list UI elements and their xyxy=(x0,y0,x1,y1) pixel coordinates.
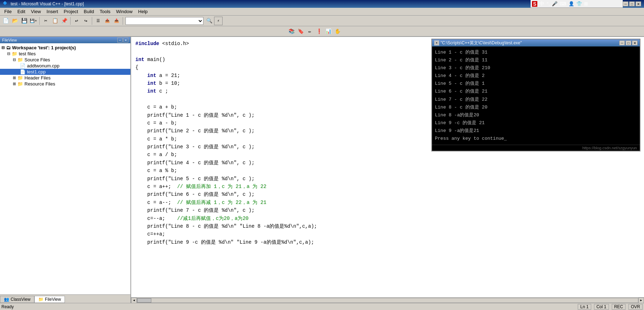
horizontal-scrollbar[interactable]: ◀ ▶ xyxy=(131,297,644,303)
console-window: ▪ "C:\Scripts\C++英文\C\test\Debug\test.ex… xyxy=(431,39,640,151)
window-controls[interactable]: ─ □ ✕ xyxy=(623,1,641,6)
hand-button[interactable]: ✋ xyxy=(333,27,342,35)
ime-shirt-icon[interactable]: 👕 xyxy=(576,1,582,6)
fileview-label: FileView xyxy=(45,297,61,302)
menu-file[interactable]: File xyxy=(1,8,15,15)
scroll-right-arrow[interactable]: ▶ xyxy=(638,298,644,303)
cut-button[interactable]: ✂ xyxy=(41,17,50,25)
properties-button[interactable]: 📥 xyxy=(112,17,121,25)
menu-help[interactable]: Help xyxy=(135,8,151,15)
minimize-button[interactable]: ─ xyxy=(623,1,628,6)
search-button[interactable]: 🔍 xyxy=(205,17,213,25)
panel-minimize-btn[interactable]: − xyxy=(117,38,122,43)
file-icon-test1: 📄 xyxy=(20,69,26,74)
tree-source-files[interactable]: ⊟ 📁 Source Files xyxy=(0,57,130,63)
panel-controls: − × xyxy=(117,38,128,43)
status-col: Col 1 xyxy=(594,304,609,310)
code-line-c8: c=--a; //减1后再赋值，c为20，a为20 xyxy=(135,215,640,222)
tab-fileview[interactable]: 📁 FileView xyxy=(34,296,65,303)
console-footer: https://blog.csdn.net/szgyunyun xyxy=(432,145,640,151)
console-minimize-btn[interactable]: ─ xyxy=(619,40,625,45)
console-line-8a: Line 8 - c 的值是 20 xyxy=(435,104,637,111)
console-footer-url: https://blog.csdn.net/szgyunyun xyxy=(582,146,637,150)
workspace-label: Workspace 'test': 1 project(s) xyxy=(12,45,76,50)
ime-chinese-label[interactable]: 中 xyxy=(539,1,544,7)
resource-expand-icon: ⊞ xyxy=(13,82,16,86)
edit-break-button[interactable]: ✏ xyxy=(306,27,314,35)
console-close-btn[interactable]: ✕ xyxy=(632,40,638,45)
sep4 xyxy=(123,17,123,25)
tree-test1cpp[interactable]: 📄 test1.cpp xyxy=(0,69,130,75)
title-bar-text: test - Microsoft Visual C++ - [test1.cpp… xyxy=(11,1,531,6)
resource-folder-icon: 📁 xyxy=(17,81,23,87)
menu-project[interactable]: Project xyxy=(61,8,81,15)
ime-s-icon[interactable]: S xyxy=(532,1,537,7)
source-folder-icon: 📁 xyxy=(17,57,23,62)
paste-button[interactable]: 📌 xyxy=(60,17,68,25)
console-maximize-btn[interactable]: □ xyxy=(626,40,631,45)
menu-window[interactable]: Window xyxy=(113,8,135,15)
tree-workspace[interactable]: ⊟ 🗂 Workspace 'test': 1 project(s) xyxy=(0,45,130,51)
menu-tools[interactable]: Tools xyxy=(97,8,113,15)
code-line-printf6: printf("Line 6 - c 的值是 %d\n", c ); xyxy=(135,190,640,198)
configuration-dropdown[interactable] xyxy=(125,17,203,25)
ime-punct[interactable]: °, xyxy=(547,1,550,6)
console-line-1: Line 1 - c 的值是 31 xyxy=(435,49,637,56)
console-titlebar: ▪ "C:\Scripts\C++英文\C\test\Debug\test.ex… xyxy=(432,39,640,46)
workspace-expand-icon: ⊟ xyxy=(1,45,5,50)
console-title-container: ▪ "C:\Scripts\C++英文\C\test\Debug\test.ex… xyxy=(434,40,522,46)
ime-user-icon[interactable]: 👤 xyxy=(569,1,574,6)
wizard-button[interactable]: 📤 xyxy=(103,17,112,25)
maximize-button[interactable]: □ xyxy=(629,1,635,6)
tab-classview[interactable]: 👥 ClassView xyxy=(0,296,34,303)
tree-project[interactable]: ⊟ 📁 test files xyxy=(0,51,130,57)
resource-folder-label: Resource Files xyxy=(24,81,55,87)
build-run-button[interactable]: 📚 xyxy=(287,27,296,35)
tree-header-files[interactable]: ⊞ 📁 Header Files xyxy=(0,75,130,81)
menu-insert[interactable]: Insert xyxy=(44,8,61,15)
exclaim-button[interactable]: ❗ xyxy=(315,27,323,35)
menu-view[interactable]: View xyxy=(28,8,44,15)
fileformat-button[interactable]: ☰ xyxy=(94,17,102,25)
save-all-button[interactable]: 💾+ xyxy=(29,17,38,25)
header-folder-label: Header Files xyxy=(24,75,51,81)
copy-button[interactable]: 📋 xyxy=(51,17,59,25)
project-icon: 📁 xyxy=(12,51,17,56)
new-button[interactable]: 📄 xyxy=(1,17,10,25)
ime-keyboard-icon[interactable]: ⌨ xyxy=(560,1,566,6)
redo-button[interactable]: ↪ xyxy=(82,17,90,25)
tree-resource-files[interactable]: ⊞ 📁 Resource Files xyxy=(0,81,130,87)
code-line-c5: c = a % b; xyxy=(135,167,640,175)
console-line-7: Line 7 - c 的值是 22 xyxy=(435,96,637,104)
file-tree: ⊟ 🗂 Workspace 'test': 1 project(s) ⊟ 📁 t… xyxy=(0,43,130,294)
sep3 xyxy=(92,17,92,25)
status-bar: Ready Ln 1 Col 1 REC OVR xyxy=(0,303,644,310)
scroll-thumb[interactable] xyxy=(137,298,151,303)
code-line-printf7: printf("Line 7 - c 的值是 %d\n", c ); xyxy=(135,206,640,214)
bookmark-button[interactable]: 🔖 xyxy=(296,27,305,35)
ime-grid-icon[interactable]: ⊞ xyxy=(584,1,588,6)
code-line-printf8: printf("Line 8 - c 的值是 %d\n" "Line 8 -a的… xyxy=(135,222,640,230)
addtwonum-label: addtwonum.cpp xyxy=(27,63,60,68)
find-in-files[interactable]: ⚡ xyxy=(214,17,223,25)
console-line-3: Line 3 - c 的值是 210 xyxy=(435,64,637,72)
panel-restore-btn[interactable]: × xyxy=(123,38,128,43)
console-window-controls: ─ □ ✕ xyxy=(619,40,638,45)
console-title-text: "C:\Scripts\C++英文\C\test\Debug\test.exe" xyxy=(441,40,522,46)
menu-bar: File Edit View Insert Project Build Tool… xyxy=(0,8,644,16)
tree-addtwonum[interactable]: 📄 addtwonum.cpp xyxy=(0,63,130,69)
workspace-panel: FileView − × ⊟ 🗂 Workspace 'test': 1 pro… xyxy=(0,37,131,303)
scroll-track[interactable] xyxy=(137,298,638,303)
status-ovr: OVR xyxy=(628,304,643,310)
scroll-left-arrow[interactable]: ◀ xyxy=(131,298,137,303)
ime-mic-icon[interactable]: 🎤 xyxy=(552,1,558,6)
workspace-icon: 🗂 xyxy=(6,45,11,50)
save-button[interactable]: 💾 xyxy=(20,17,28,25)
menu-edit[interactable]: Edit xyxy=(15,8,28,15)
undo-button[interactable]: ↩ xyxy=(72,17,81,25)
debug-toolbar-btn[interactable]: 📊 xyxy=(324,27,332,35)
open-button[interactable]: 📂 xyxy=(11,17,19,25)
status-rec: REC xyxy=(612,304,626,310)
close-button[interactable]: ✕ xyxy=(635,1,641,6)
menu-build[interactable]: Build xyxy=(81,8,97,15)
